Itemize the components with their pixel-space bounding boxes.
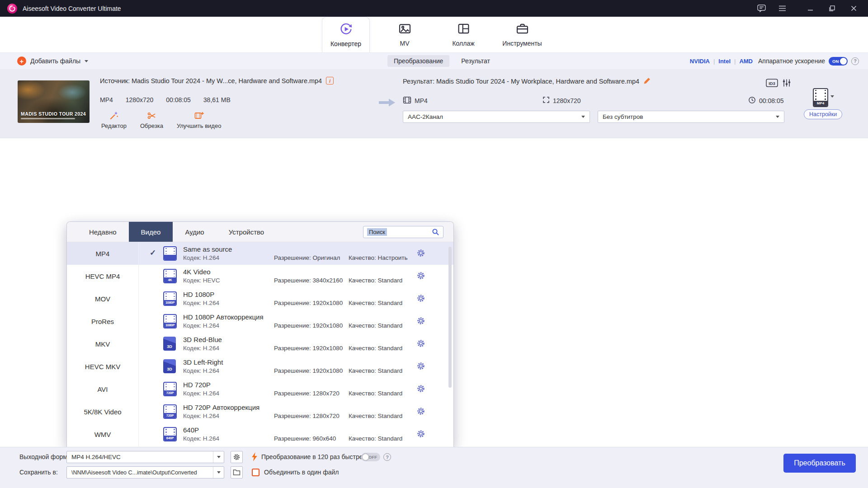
sidebar-item-mp4[interactable]: MP4 [67, 242, 138, 265]
gear-icon[interactable] [416, 407, 425, 416]
format-settings-button[interactable] [231, 451, 243, 463]
format-row[interactable]: 1080P HD 1080P Автокоррекция Кодек: H.26… [139, 310, 453, 333]
thumbnail-caption-bar [21, 118, 75, 119]
file-item-panel: MADIS STUDIO TOUR 2024 Источник: Madis S… [0, 69, 868, 138]
gear-icon[interactable] [416, 271, 425, 280]
sidebar-item-hevc-mkv[interactable]: HEVC MKV [67, 355, 138, 378]
format-stack-icon: MP4 [813, 88, 828, 107]
tab-mv[interactable]: MV [381, 17, 429, 52]
sidebar-item-wmv[interactable]: WMV [67, 423, 138, 446]
convert-button[interactable]: Преобразовать [783, 454, 856, 473]
sidebar-item-prores[interactable]: ProRes [67, 310, 138, 333]
segment-result[interactable]: Результат [461, 57, 490, 65]
sliders-icon[interactable] [782, 79, 791, 87]
audio-track-select[interactable]: AAC-2Канал [403, 111, 590, 123]
format-type-icon: 720P [163, 382, 177, 396]
out-resolution: 1280x720 [553, 97, 581, 104]
settings-button[interactable]: Настройки [804, 109, 842, 119]
search-icon[interactable] [432, 228, 439, 236]
scissors-icon [147, 111, 156, 121]
rename-pencil-icon[interactable] [643, 77, 651, 86]
speed-toggle[interactable]: OFF [361, 453, 380, 461]
video-thumbnail[interactable]: MADIS STUDIO TOUR 2024 [18, 80, 90, 123]
help-icon[interactable]: ? [383, 453, 391, 461]
format-codec: Кодек: H.264 [183, 367, 219, 374]
gear-icon[interactable] [416, 384, 425, 393]
gear-icon[interactable] [416, 361, 425, 371]
output-profile-button[interactable]: MP4 [813, 88, 834, 107]
format-row[interactable]: 3D 3D Left-Right Кодек: H.264 Разрешение… [139, 355, 453, 378]
add-files-label: Добавить файлы [30, 57, 80, 65]
hw-accel-toggle[interactable]: ON [829, 57, 848, 66]
tab-device[interactable]: Устройство [217, 222, 276, 242]
format-resolution: Разрешение: 868x488 [274, 367, 343, 374]
info-icon[interactable]: i [326, 77, 334, 84]
add-files-button[interactable]: + Добавить файлы [17, 56, 88, 66]
toggle-state-label: OFF [368, 455, 377, 460]
format-row[interactable]: ✓ Same as source Кодек: H.264 Разрешение… [139, 242, 453, 265]
editor-button[interactable]: Редактор [101, 111, 127, 129]
close-icon[interactable] [849, 4, 858, 13]
sidebar-item-mkv[interactable]: MKV [67, 333, 138, 355]
save-path-value: \NNM\Aiseesoft Video C...imate\Output\Co… [67, 469, 197, 476]
view-segment: Преобразование Результат [387, 53, 490, 69]
clock-icon [748, 96, 756, 105]
out-format: MP4 [415, 97, 428, 104]
format-row[interactable]: 1080P HD 1080P Кодек: H.264 Разрешение: … [139, 287, 453, 310]
feedback-icon[interactable] [757, 4, 766, 13]
gear-icon[interactable] [416, 249, 425, 258]
enhance-button[interactable]: Улучшить видео [177, 111, 222, 129]
sidebar-item-avi[interactable]: AVI [67, 378, 138, 400]
format-type-icon: 720P [163, 404, 177, 419]
open-folder-button[interactable] [231, 466, 243, 479]
format-group-sidebar: MP4 HEVC MP4 MOV ProRes MKV HEVC MKV AVI… [67, 242, 139, 447]
maximize-icon[interactable] [827, 4, 836, 13]
id3-tag-icon[interactable]: ID3 [766, 79, 778, 87]
meta-size: 38,61 MB [203, 96, 231, 103]
toolbox-icon [516, 22, 529, 37]
format-row[interactable]: 720P HD 720P Автокоррекция Кодек: H.264 … [139, 400, 453, 423]
output-format-select[interactable]: MP4 H.264/HEVC [66, 451, 224, 463]
crop-label: Обрезка [140, 122, 163, 129]
format-quality: Качество: Standard [349, 367, 402, 374]
enhance-label: Улучшить видео [177, 122, 222, 129]
gear-icon[interactable] [416, 316, 425, 325]
format-row[interactable]: 3D 3D Red-Blue Кодек: H.264 Разрешение: … [139, 333, 453, 355]
sidebar-item-mov[interactable]: MOV [67, 287, 138, 310]
separator: | [713, 58, 715, 65]
gear-icon[interactable] [416, 429, 425, 438]
search-input[interactable]: Поиск [363, 226, 443, 238]
sidebar-item-5k8k[interactable]: 5K/8K Video [67, 400, 138, 423]
audio-track-value: AAC-2Канал [408, 113, 443, 120]
format-row[interactable]: 4K 4K Video Кодек: HEVC Разрешение: 3840… [139, 265, 453, 287]
menu-icon[interactable] [778, 4, 787, 13]
separator: | [734, 58, 736, 65]
tab-converter[interactable]: Конвертер [322, 17, 370, 52]
tab-video[interactable]: Видео [129, 222, 173, 242]
format-row[interactable]: 640P 640P Кодек: H.264 Разрешение: 960x6… [139, 423, 453, 446]
caret-down-icon [217, 456, 221, 458]
check-icon: ✓ [150, 248, 156, 258]
tab-audio[interactable]: Аудио [173, 222, 216, 242]
tab-recent[interactable]: Недавно [77, 222, 129, 242]
thumbnail-title: MADIS STUDIO TOUR 2024 [21, 111, 86, 117]
tab-tools[interactable]: Инструменты [498, 17, 546, 52]
help-icon[interactable]: ? [851, 57, 859, 65]
crop-button[interactable]: Обрезка [140, 111, 163, 129]
format-type-icon [163, 246, 177, 261]
format-resolution: Разрешение: 960x640 [274, 435, 336, 442]
gear-icon[interactable] [416, 339, 425, 348]
scrollbar-thumb[interactable] [448, 247, 452, 388]
minimize-icon[interactable] [806, 4, 815, 13]
save-path-select[interactable]: \NNM\Aiseesoft Video C...imate\Output\Co… [66, 466, 224, 479]
film-icon [403, 96, 411, 105]
merge-checkbox[interactable] [252, 469, 259, 476]
tab-label: Коллаж [452, 40, 474, 47]
format-row[interactable]: 720P HD 720P Кодек: H.264 Разрешение: 12… [139, 378, 453, 400]
converter-icon [340, 23, 353, 37]
sidebar-item-hevc-mp4[interactable]: HEVC MP4 [67, 265, 138, 287]
tab-collage[interactable]: Коллаж [439, 17, 487, 52]
segment-conversion[interactable]: Преобразование [387, 55, 449, 67]
subtitle-select[interactable]: Без субтитров [598, 111, 784, 123]
gear-icon[interactable] [416, 294, 425, 303]
